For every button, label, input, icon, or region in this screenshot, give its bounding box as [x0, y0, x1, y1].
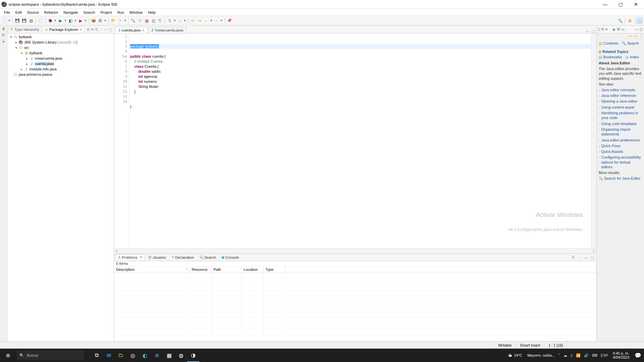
- run-icon[interactable]: [57, 18, 63, 24]
- editor-text[interactable]: package bytbank;public class cuenta { //…: [129, 34, 591, 248]
- new-package-icon[interactable]: [91, 18, 97, 24]
- maximize-icon[interactable]: ▢: [590, 29, 596, 33]
- editor[interactable]: 12345⊖67891011121314 package bytbank;pub…: [114, 34, 596, 248]
- tab-package-explorer[interactable]: 🗀 Package Explorer ✕: [42, 26, 85, 32]
- collapse-all-icon[interactable]: ⊟: [87, 27, 90, 31]
- tree-file[interactable]: crearcuenta.java: [35, 56, 62, 60]
- weather-widget[interactable]: 🌥 14°C Mayorm. nubla...: [505, 353, 558, 357]
- outline-icon[interactable]: ✶: [2, 40, 5, 44]
- minimize-icon[interactable]: —: [583, 255, 589, 259]
- menu-navigate[interactable]: Navigate: [61, 10, 80, 15]
- tree-project[interactable]: java-primeros-pasos: [19, 72, 52, 76]
- sync-icon[interactable]: ⇵: [2, 27, 5, 31]
- explorer-icon[interactable]: 🗀: [115, 349, 127, 362]
- hierarchy-icon[interactable]: ⇱: [2, 33, 5, 38]
- close-icon[interactable]: ✕: [140, 255, 143, 259]
- menu-project[interactable]: Project: [98, 10, 114, 15]
- show-whitespace-icon[interactable]: ¶: [157, 18, 163, 24]
- skip-breakpoints-icon[interactable]: ⬚: [38, 18, 44, 24]
- menu-source[interactable]: Source: [24, 10, 42, 15]
- bookmarks-link[interactable]: Bookmarks: [603, 55, 622, 59]
- eclipse-taskbar-icon[interactable]: ◑: [187, 349, 199, 362]
- coverage-icon[interactable]: ◧: [67, 18, 73, 24]
- tab-problems[interactable]: ⚠Problems✕: [115, 254, 145, 260]
- battery-icon[interactable]: ▯: [571, 353, 573, 358]
- tree-file-selected[interactable]: cuenta.java: [35, 62, 54, 66]
- minimize-icon[interactable]: —: [635, 27, 638, 31]
- clock[interactable]: 8:45 p. m. 4/04/2023: [610, 351, 632, 359]
- help-link[interactable]: Using code templates: [601, 121, 637, 126]
- tray-chevron-icon[interactable]: ˄: [558, 353, 560, 358]
- help-link[interactable]: Organizing import statements: [601, 127, 642, 137]
- nav-forward-icon[interactable]: [213, 18, 219, 24]
- task-view-icon[interactable]: ⧉: [91, 349, 103, 362]
- help-link[interactable]: Configuring accessibility options for te…: [601, 155, 642, 169]
- help-link[interactable]: Quick Fixes: [601, 143, 621, 148]
- help-link[interactable]: Opening a Java editor: [601, 99, 638, 104]
- help-link[interactable]: Java editor reference: [601, 93, 636, 98]
- maximize-icon[interactable]: ▢: [640, 27, 643, 31]
- scrollbar-vertical[interactable]: [591, 34, 596, 248]
- tree-package[interactable]: bytbank: [30, 51, 43, 55]
- problems-table[interactable]: Description^ Resource Path Location Type: [114, 266, 596, 341]
- open-perspective-icon[interactable]: ⊞: [627, 18, 633, 24]
- maximize-button[interactable]: ▢: [616, 2, 625, 7]
- start-button[interactable]: ⊞: [0, 349, 16, 362]
- view-menu-icon[interactable]: ⋮: [99, 27, 103, 31]
- nav-back-icon[interactable]: [203, 18, 209, 24]
- menu-help[interactable]: Help: [145, 10, 158, 15]
- prev-annotation-icon[interactable]: [177, 18, 183, 24]
- pin-editor-icon[interactable]: [226, 18, 232, 24]
- java-perspective-icon[interactable]: ♨: [637, 18, 643, 24]
- close-icon[interactable]: ✕: [79, 28, 82, 32]
- package-explorer-tree[interactable]: ▾🗀bytbank ▸📚JRE System Library [JavaSE-1…: [7, 34, 114, 341]
- maximize-icon[interactable]: ▢: [589, 255, 595, 259]
- help-link[interactable]: Java editor concepts: [601, 87, 635, 92]
- mail-icon[interactable]: ✉: [103, 349, 115, 362]
- volume-icon[interactable]: 🔊: [584, 353, 589, 358]
- next-annotation-icon[interactable]: [167, 18, 173, 24]
- toggle-breadcrumb-icon[interactable]: ▤: [28, 18, 34, 24]
- tree-project[interactable]: bytbank: [19, 35, 32, 39]
- help-search-link[interactable]: Search for Java Editor: [604, 176, 641, 181]
- menu-search[interactable]: Search: [81, 10, 98, 15]
- open-task-icon[interactable]: [117, 18, 123, 24]
- menu-window[interactable]: Window: [127, 10, 145, 15]
- toggle-highlight-icon[interactable]: ✎: [137, 18, 143, 24]
- toggle-mark-icon[interactable]: ▦: [144, 18, 150, 24]
- tree-jre[interactable]: JRE System Library: [24, 40, 57, 44]
- menu-file[interactable]: File: [1, 10, 13, 15]
- editor-tab[interactable]: J *crearcuenta.java: [148, 27, 186, 33]
- help-link[interactable]: Identifying problems in your code: [601, 111, 642, 120]
- last-edit-icon[interactable]: [190, 18, 196, 24]
- menu-refactor[interactable]: Refactor: [42, 10, 61, 15]
- close-icon[interactable]: ✕: [142, 28, 145, 32]
- link-editor-icon[interactable]: ⇆: [91, 27, 94, 31]
- menu-edit[interactable]: Edit: [13, 10, 24, 15]
- edge-icon[interactable]: ◐: [139, 349, 151, 362]
- debug-icon[interactable]: [47, 18, 53, 24]
- help-search-link[interactable]: Search: [627, 41, 639, 46]
- open-type-icon[interactable]: [110, 18, 116, 24]
- minimize-icon[interactable]: —: [584, 29, 590, 33]
- view-menu-icon[interactable]: ⋮: [576, 255, 583, 259]
- help-link[interactable]: Quick Assists: [601, 149, 623, 154]
- index-link[interactable]: Index: [630, 55, 639, 59]
- external-tools-icon[interactable]: [77, 18, 84, 24]
- minimize-icon[interactable]: —: [104, 27, 107, 31]
- tab-javadoc[interactable]: @Javadoc: [146, 254, 168, 260]
- close-icon[interactable]: ✕: [605, 27, 608, 31]
- chrome-icon[interactable]: ◎: [127, 349, 139, 362]
- copilot-icon[interactable]: ◍: [175, 349, 187, 362]
- tree-file[interactable]: module-info.java: [30, 67, 57, 71]
- keyboard-icon[interactable]: ⌨: [592, 353, 597, 358]
- search-icon[interactable]: [130, 18, 136, 24]
- tab-type-hierarchy[interactable]: ⇱ Type Hierarchy: [8, 26, 42, 33]
- back-history-icon[interactable]: [197, 18, 203, 24]
- welcome-icon[interactable]: ◉: [612, 27, 615, 31]
- close-button[interactable]: ✕: [631, 2, 641, 7]
- tab-search[interactable]: 🔍Search: [197, 254, 218, 260]
- help-contents-link[interactable]: Contents: [603, 41, 618, 46]
- filter-icon[interactable]: ☰: [570, 255, 576, 259]
- minimize-button[interactable]: —: [600, 2, 610, 7]
